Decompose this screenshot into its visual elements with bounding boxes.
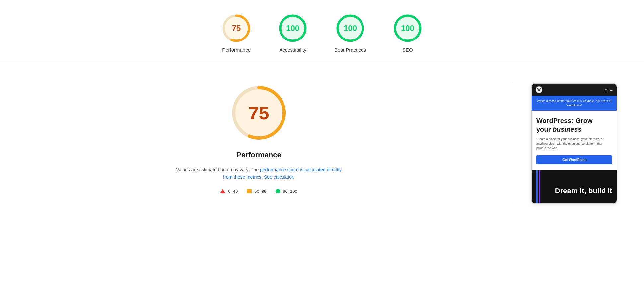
phone-title-italic: business xyxy=(553,126,582,133)
phone-banner-text: Watch a recap of the 2023 WCEU Keynote, … xyxy=(537,99,611,107)
phone-bottom-image: Dream it, build it xyxy=(532,170,617,203)
accessibility-label: Accessibility xyxy=(279,47,306,53)
phone-cta-button[interactable]: Get WordPress xyxy=(536,155,612,164)
calculator-link[interactable]: See calculator xyxy=(264,174,293,180)
average-icon xyxy=(247,189,252,193)
big-performance-value: 75 xyxy=(248,102,269,124)
big-score-title: Performance xyxy=(236,151,281,159)
performance-label: Performance xyxy=(222,47,251,53)
phone-top-bar-icons: ⌕ ≡ xyxy=(605,87,613,92)
fail-range: 0–49 xyxy=(228,189,238,194)
seo-circle: 100 xyxy=(393,13,423,43)
phone-bottom-bar xyxy=(536,170,540,203)
legend-item-fail: 0–49 xyxy=(220,189,238,194)
bar-blue xyxy=(536,170,538,203)
accessibility-circle: 100 xyxy=(278,13,308,43)
phone-mockup: W ⌕ ≡ Watch a recap of the 2023 WCEU Key… xyxy=(531,83,617,204)
phone-banner: Watch a recap of the 2023 WCEU Keynote, … xyxy=(532,96,617,111)
wordpress-logo: W xyxy=(536,86,542,93)
seo-score-value: 100 xyxy=(401,24,414,33)
big-performance-circle: 75 xyxy=(229,83,289,143)
score-item-performance: 75 Performance xyxy=(221,13,251,53)
right-panel: W ⌕ ≡ Watch a recap of the 2023 WCEU Key… xyxy=(531,83,617,204)
performance-score-value: 75 xyxy=(232,24,241,33)
performance-circle: 75 xyxy=(221,13,251,43)
best-practices-score-value: 100 xyxy=(344,24,357,33)
left-panel: 75 Performance Values are estimated and … xyxy=(27,83,491,204)
vertical-divider xyxy=(511,83,511,204)
legend-item-good: 90–100 xyxy=(276,189,297,194)
phone-title-line1: WordPress: Grow xyxy=(536,117,593,124)
fail-icon xyxy=(220,189,225,193)
good-range: 90–100 xyxy=(283,189,297,194)
legend: 0–49 50–89 90–100 xyxy=(220,189,297,194)
average-range: 50–89 xyxy=(254,189,266,194)
phone-title: WordPress: Grow your business xyxy=(536,116,612,134)
top-scores-row: 75 Performance 100 Accessibility 100 Bes… xyxy=(0,0,644,63)
phone-bottom-text: Dream it, build it xyxy=(555,187,612,195)
best-practices-label: Best Practices xyxy=(334,47,366,53)
accessibility-score-value: 100 xyxy=(286,24,299,33)
score-item-best-practices: 100 Best Practices xyxy=(334,13,366,53)
best-practices-circle: 100 xyxy=(335,13,365,43)
good-icon xyxy=(276,189,280,193)
phone-title-your: your xyxy=(536,126,551,133)
search-icon: ⌕ xyxy=(605,87,607,92)
phone-description: Create a place for your business, your i… xyxy=(536,137,612,151)
bar-purple xyxy=(539,170,540,203)
seo-label: SEO xyxy=(402,47,413,53)
phone-body: WordPress: Grow your business Create a p… xyxy=(532,111,617,170)
description-text: Values are estimated and may vary. The p… xyxy=(173,166,345,181)
main-content: 75 Performance Values are estimated and … xyxy=(0,63,644,217)
score-item-accessibility: 100 Accessibility xyxy=(278,13,308,53)
menu-icon: ≡ xyxy=(610,87,613,92)
phone-top-bar: W ⌕ ≡ xyxy=(532,84,617,96)
score-item-seo: 100 SEO xyxy=(393,13,423,53)
legend-item-average: 50–89 xyxy=(247,189,266,194)
